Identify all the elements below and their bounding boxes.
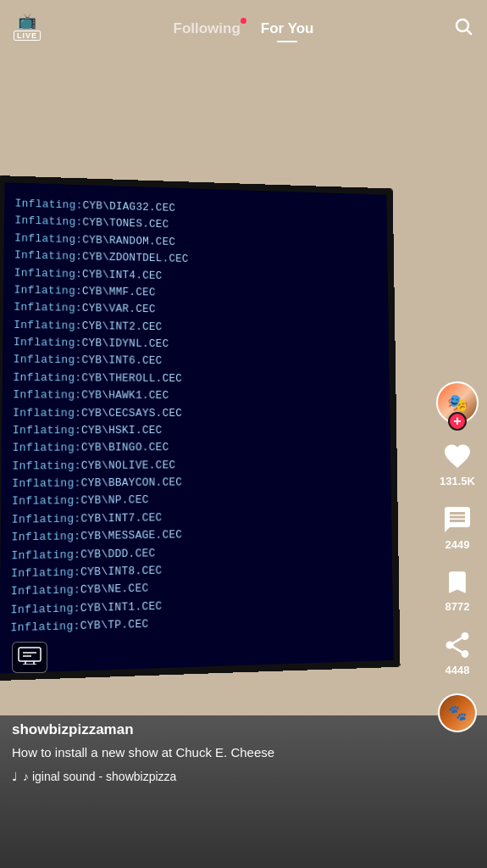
follow-button[interactable]: +: [448, 412, 467, 431]
right-sidebar: 🎭 + 131.5K 2449 8772 4448 🐾: [436, 381, 479, 732]
terminal-line: Inflating: CYB\INT6.CEC: [14, 353, 380, 372]
heart-icon: [442, 441, 473, 471]
tv-icon: 📺: [18, 12, 36, 31]
comment-icon: [442, 504, 473, 535]
bookmark-icon: [443, 568, 472, 597]
bookmark-button[interactable]: 8772: [443, 568, 472, 613]
sound-row[interactable]: ♩ ♪ iginal sound - showbizpizza: [12, 770, 274, 783]
sound-text: ♪ iginal sound - showbizpizza: [23, 770, 176, 783]
like-count: 131.5K: [440, 475, 475, 487]
share-count: 4448: [445, 664, 470, 676]
terminal-content: Inflating: CYB\DIAG32.CECInflating: CYB\…: [0, 182, 394, 673]
terminal-line: Inflating: CYB\CECSAYS.CEC: [13, 405, 380, 422]
monitor-screen: Inflating: CYB\DIAG32.CECInflating: CYB\…: [0, 175, 401, 681]
nav-tabs: Following For You: [174, 20, 314, 37]
share-button[interactable]: 4448: [442, 630, 473, 676]
like-button[interactable]: 131.5K: [440, 441, 475, 487]
svg-line-1: [468, 30, 471, 33]
share-icon: [442, 630, 473, 660]
post-info: showbizpizzaman How to install a new sho…: [12, 721, 274, 783]
screen-capture-icon[interactable]: [12, 642, 47, 673]
live-label: LIVE: [14, 31, 41, 41]
top-navigation: 📺 LIVE Following For You: [0, 0, 487, 57]
username[interactable]: showbizpizzaman: [12, 721, 274, 738]
terminal-line: Inflating: CYB\IDYNL.CEC: [14, 335, 379, 355]
sound-disc[interactable]: 🐾: [438, 693, 477, 732]
notification-dot: [241, 18, 246, 24]
terminal-line: Inflating: CYB\HAWK1.CEC: [13, 387, 380, 405]
terminal-line: Inflating: CYB\HSKI.CEC: [13, 423, 381, 440]
comment-button[interactable]: 2449: [442, 504, 473, 551]
music-note-icon: ♩: [12, 770, 18, 783]
tab-for-you[interactable]: For You: [261, 20, 314, 37]
post-description: How to install a new show at Chuck E. Ch…: [12, 743, 274, 761]
monitor-display: Inflating: CYB\DIAG32.CECInflating: CYB\…: [0, 178, 415, 704]
tab-following[interactable]: Following: [174, 20, 241, 37]
terminal-line: Inflating: CYB\THEROLL.CEC: [13, 370, 379, 388]
bookmark-count: 8772: [445, 600, 470, 613]
terminal-line: Inflating: CYB\BINGO.CEC: [12, 440, 380, 458]
creator-avatar-container[interactable]: 🎭 +: [436, 381, 479, 424]
comment-count: 2449: [445, 538, 470, 551]
search-button[interactable]: [453, 16, 473, 42]
live-badge[interactable]: 📺 LIVE: [14, 12, 41, 41]
terminal-line: Inflating: CYB\NOLIVE.CEC: [12, 457, 381, 476]
terminal-line: Inflating: CYB\BBAYCON.CEC: [12, 474, 381, 493]
svg-rect-2: [19, 648, 41, 661]
